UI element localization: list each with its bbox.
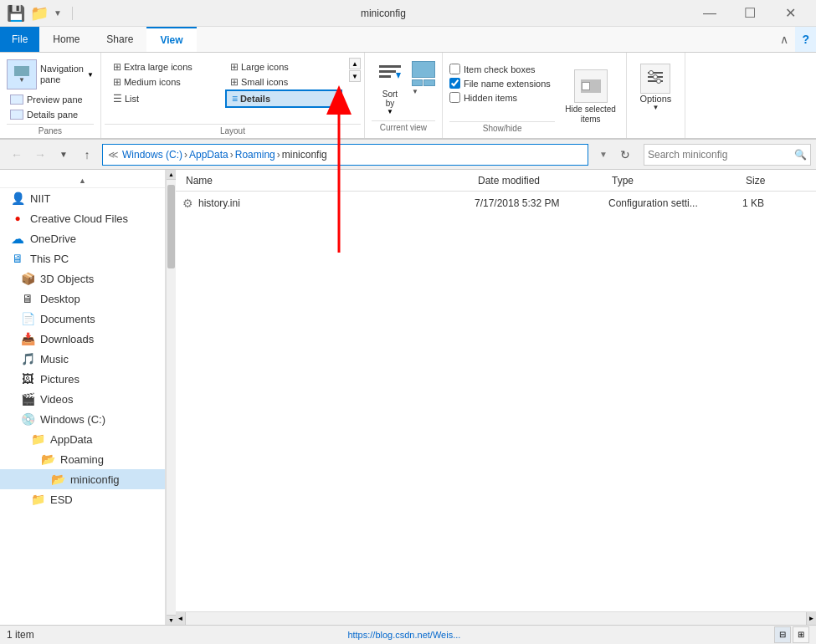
path-windows[interactable]: Windows (C:)	[122, 149, 182, 161]
minimize-button[interactable]: —	[690, 0, 729, 27]
file-date-cell: 7/17/2018 5:32 PM	[475, 197, 608, 209]
layout-scroll-arrows: ▲ ▼	[349, 56, 361, 84]
sidebar-item-roaming[interactable]: 📂 Roaming	[0, 449, 165, 469]
navigation-pane-dropdown: ▼	[87, 71, 94, 79]
sidebar-item-music[interactable]: 🎵 Music	[0, 349, 165, 369]
svg-point-8	[654, 74, 658, 79]
recent-locations-button[interactable]: ▼	[52, 143, 75, 166]
close-button[interactable]: ✕	[771, 0, 809, 27]
details-button[interactable]: ≡ Details	[225, 89, 342, 108]
large-icons-status-button[interactable]: ⊞	[793, 626, 809, 643]
file-name-extensions-label: File name extensions	[464, 79, 551, 89]
scrollbar-thumb[interactable]	[167, 185, 175, 268]
svg-point-9	[657, 79, 661, 83]
sidebar-item-creative-cloud[interactable]: ● Creative Cloud Files	[0, 208, 165, 228]
list-button[interactable]: ☰ List	[108, 89, 225, 108]
hide-selected-button[interactable]: Hide selecteditems	[562, 66, 619, 128]
file-icon: ⚙	[182, 197, 193, 210]
view-icon-dropdown[interactable]: ▼	[412, 88, 435, 95]
hide-selected-icon	[574, 69, 608, 103]
help-button[interactable]: ?	[795, 27, 816, 52]
preview-pane-icon	[10, 95, 23, 105]
sidebar-item-esd[interactable]: 📁 ESD	[0, 489, 165, 509]
sidebar-item-documents[interactable]: 📄 Documents	[0, 309, 165, 329]
col-header-size[interactable]: Size	[742, 175, 809, 187]
up-button[interactable]: ↑	[75, 143, 99, 166]
onedrive-label: OneDrive	[30, 233, 76, 245]
sort-by-label: Sortby	[382, 89, 398, 108]
item-check-boxes-checkbox[interactable]	[449, 64, 460, 74]
layout-group-label: Layout	[105, 124, 361, 138]
search-icon: 🔍	[794, 149, 807, 161]
layout-scroll-down[interactable]: ▼	[349, 70, 361, 82]
ribbon-collapse-button[interactable]: ∧	[773, 27, 795, 52]
hidden-items-label: Hidden items	[464, 93, 517, 103]
search-input[interactable]	[648, 149, 794, 161]
videos-label: Videos	[40, 393, 74, 406]
onedrive-icon: ☁	[10, 231, 25, 246]
large-icons-button[interactable]: ⊞ Large icons	[225, 59, 342, 74]
back-button[interactable]: ←	[5, 143, 28, 166]
layout-grid: ⊞ Extra large icons ⊞ Large icons ⊞ Medi…	[105, 56, 346, 111]
tab-file[interactable]: File	[0, 27, 39, 52]
column-headers: Name Date modified Type Size	[176, 170, 816, 192]
sidebar-item-desktop[interactable]: 🖥 Desktop	[0, 289, 165, 309]
h-scroll-left-btn[interactable]: ◄	[176, 612, 186, 626]
medium-icons-button[interactable]: ⊞ Medium icons	[108, 74, 225, 89]
sidebar-item-windows-c[interactable]: 💿 Windows (C:)	[0, 409, 165, 429]
music-icon: 🎵	[20, 351, 35, 366]
path-roaming[interactable]: Roaming	[235, 149, 275, 161]
hidden-items-option[interactable]: Hidden items	[449, 92, 555, 103]
preview-pane-button[interactable]: Preview pane	[7, 93, 94, 106]
current-view-group-label: Current view	[372, 120, 435, 135]
roaming-icon: 📂	[40, 452, 55, 467]
table-row[interactable]: ⚙ history.ini 7/17/2018 5:32 PM Configur…	[176, 192, 816, 215]
col-header-type[interactable]: Type	[608, 175, 742, 187]
desktop-icon: 🖥	[20, 291, 35, 306]
view-icon-1[interactable]	[412, 61, 435, 78]
tab-share[interactable]: Share	[93, 27, 146, 52]
quick-access-dropdown[interactable]: ▼	[54, 8, 62, 18]
col-header-date[interactable]: Date modified	[475, 175, 608, 187]
miniconfig-label: miniconfig	[70, 473, 120, 486]
refresh-button[interactable]: ↻	[613, 143, 637, 166]
ribbon-content: ▼ Navigationpane ▼ Preview pane Details …	[0, 53, 816, 140]
options-button[interactable]: Options ▼	[633, 60, 678, 115]
tab-view[interactable]: View	[146, 27, 196, 52]
sidebar-item-appdata[interactable]: 📁 AppData	[0, 429, 165, 449]
tab-home[interactable]: Home	[39, 27, 93, 52]
address-path[interactable]: ≪ Windows (C:) › AppData › Roaming › min…	[102, 144, 588, 166]
view-icon-2[interactable]	[412, 79, 435, 86]
h-scroll-right-btn[interactable]: ►	[806, 612, 816, 626]
sidebar-item-downloads[interactable]: 📥 Downloads	[0, 329, 165, 349]
scrollbar-up-arrow[interactable]: ▲	[167, 170, 176, 180]
details-view-status-button[interactable]: ⊟	[774, 626, 791, 643]
file-name-extensions-checkbox[interactable]	[449, 78, 460, 89]
this-pc-icon: 🖥	[10, 251, 25, 266]
details-pane-button[interactable]: Details pane	[7, 108, 94, 121]
sidebar-item-3d-objects[interactable]: 📦 3D Objects	[0, 268, 165, 289]
col-header-name[interactable]: Name	[182, 175, 475, 187]
maximize-button[interactable]: ☐	[731, 0, 769, 27]
path-appdata[interactable]: AppData	[189, 149, 228, 161]
file-name-extensions-option[interactable]: File name extensions	[449, 78, 555, 89]
forward-button[interactable]: →	[28, 143, 52, 166]
extra-large-icons-button[interactable]: ⊞ Extra large icons	[108, 59, 225, 74]
sidebar-item-onedrive[interactable]: ☁ OneDrive	[0, 228, 165, 248]
item-check-boxes-option[interactable]: Item check boxes	[449, 64, 555, 74]
sidebar-item-miniconfig[interactable]: 📂 miniconfig	[0, 469, 165, 489]
hidden-items-checkbox[interactable]	[449, 92, 460, 103]
small-icons-button[interactable]: ⊞ Small icons	[225, 74, 342, 89]
sidebar-scroll-up[interactable]: ▲	[0, 173, 165, 188]
sidebar-item-pictures[interactable]: 🖼 Pictures	[0, 369, 165, 389]
sidebar-item-videos[interactable]: 🎬 Videos	[0, 389, 165, 409]
sidebar-item-this-pc[interactable]: 🖥 This PC	[0, 248, 165, 268]
ribbon-tabs: File Home Share View ∧ ?	[0, 27, 816, 52]
large-icons-label: Large icons	[241, 62, 289, 72]
scrollbar-down-arrow[interactable]: ▼	[167, 615, 176, 625]
layout-scroll-up[interactable]: ▲	[349, 58, 361, 69]
file-name-cell: ⚙ history.ini	[182, 197, 475, 210]
address-dropdown-button[interactable]: ▼	[595, 144, 612, 166]
3d-objects-label: 3D Objects	[40, 273, 94, 285]
sidebar-item-niit[interactable]: 👤 NIIT	[0, 188, 165, 208]
